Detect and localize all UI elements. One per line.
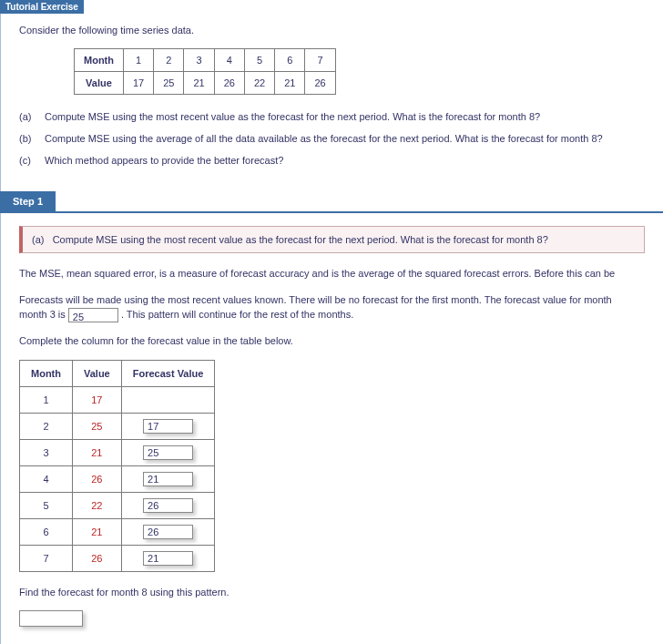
month8-forecast-input[interactable] [19,610,83,627]
table-row: 6 21 26 [20,518,215,545]
table-row: 5 22 26 [20,492,215,518]
table-row: 2 25 17 [20,413,215,439]
col-forecast: Forecast Value [121,360,215,386]
month-cell: 5 [244,49,274,72]
forecast-input[interactable]: 26 [143,498,193,513]
step-content: (a) Compute MSE using the most recent va… [0,213,663,644]
value-cell: 22 [72,492,121,518]
question-label: (b) [19,133,45,144]
col-value: Value [72,360,121,386]
month-cell: 3 [20,439,73,465]
time-series-table: Month 1 2 3 4 5 6 7 Value 17 25 21 26 22… [74,48,336,95]
table-row: 1 17 [20,386,215,413]
table-row: 7 26 21 [20,545,215,571]
value-cell: 26 [72,465,121,492]
table-row: Value 17 25 21 26 22 21 26 [75,72,336,95]
question-label: (c) [19,155,45,166]
month-cell: 7 [20,545,73,571]
forecast-input[interactable]: 25 [143,445,193,460]
forecast-cell: 26 [121,518,215,545]
table-row: Month 1 2 3 4 5 6 7 [75,49,336,72]
step-tab-container: Step 1 [0,191,663,211]
question-text: Compute MSE using the average of all the… [45,133,603,144]
explain-p1: The MSE, mean squared error, is a measur… [19,266,645,281]
forecast-input[interactable]: 26 [143,525,193,539]
value-cell: 21 [72,439,121,465]
month-cell: 4 [20,465,73,492]
forecast-cell: 21 [121,465,215,492]
step-tab: Step 1 [0,191,56,211]
question-text: Compute MSE using the most recent value … [45,111,540,122]
explain-p4: Find the forecast for month 8 using this… [19,585,645,600]
table-row: 4 26 21 [20,465,215,492]
forecast-cell [121,386,215,413]
month3-forecast-input[interactable]: 25 [68,308,118,322]
value-cell: 26 [214,72,244,95]
forecast-cell: 25 [121,439,215,465]
forecast-cell: 17 [121,413,215,439]
p2-text-b: month 3 is [19,309,66,320]
value-cell: 26 [305,72,335,95]
value-cell: 17 [72,386,121,413]
value-cell: 21 [275,72,305,95]
value-cell: 22 [244,72,274,95]
forecast-input[interactable]: 17 [143,419,193,434]
question-a: (a) Compute MSE using the most recent va… [19,111,645,122]
p2-text-a: Forecasts will be made using the most re… [19,294,612,305]
month-cell: 6 [275,49,305,72]
table-header-row: Month Value Forecast Value [20,360,215,386]
question-b: (b) Compute MSE using the average of all… [19,133,645,144]
p2-text-c: . This pattern will continue for the res… [121,309,353,320]
value-cell: 21 [184,72,214,95]
sub-question-label: (a) [32,234,44,245]
value-cell: 25 [154,72,184,95]
month-cell: 2 [20,413,73,439]
row-label-value: Value [75,72,124,95]
month-cell: 6 [20,518,73,545]
explain-p2: Forecasts will be made using the most re… [19,292,645,323]
sub-question-text: Compute MSE using the most recent value … [53,234,548,245]
intro-text: Consider the following time series data. [19,25,645,36]
forecast-cell: 21 [121,545,215,571]
month-cell: 4 [214,49,244,72]
month-cell: 2 [154,49,184,72]
row-label-month: Month [75,49,124,72]
problem-section: Consider the following time series data.… [0,14,663,191]
forecast-cell: 26 [121,492,215,518]
question-list: (a) Compute MSE using the most recent va… [19,111,645,166]
month-cell: 3 [184,49,214,72]
value-cell: 26 [72,545,121,571]
question-c: (c) Which method appears to provide the … [19,155,645,166]
forecast-input[interactable]: 21 [143,472,193,486]
sub-question-box: (a) Compute MSE using the most recent va… [19,226,645,253]
tutorial-header: Tutorial Exercise [0,0,84,14]
forecast-table: Month Value Forecast Value 1 17 2 25 17 … [19,360,215,572]
question-label: (a) [19,111,45,122]
value-cell: 25 [72,413,121,439]
table-row: 3 21 25 [20,439,215,465]
value-cell: 17 [123,72,153,95]
month-cell: 5 [20,492,73,518]
month-cell: 1 [20,386,73,413]
month-cell: 1 [123,49,153,72]
col-month: Month [20,360,73,386]
month-cell: 7 [305,49,335,72]
explain-p3: Complete the column for the forecast val… [19,333,645,349]
forecast-input[interactable]: 21 [143,551,193,566]
question-text: Which method appears to provide the bett… [45,155,283,166]
value-cell: 21 [72,518,121,545]
